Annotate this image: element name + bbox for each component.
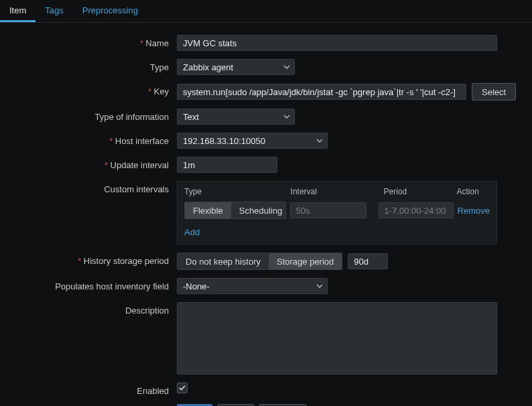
history-period-input[interactable] (348, 253, 388, 269)
chevron-down-icon (316, 137, 323, 144)
label-enabled: Enabled (4, 383, 177, 396)
ci-type-segmented: Flexible Scheduling (184, 202, 286, 219)
chevron-down-icon (283, 113, 290, 120)
type-info-select-value: Text (183, 112, 199, 122)
host-interface-value: 192.168.33.10:10050 (183, 136, 265, 146)
tab-tags[interactable]: Tags (36, 0, 72, 22)
history-segmented: Do not keep history Storage period (177, 253, 342, 270)
inventory-select-value: -None- (183, 281, 210, 291)
ci-flexible-option[interactable]: Flexible (185, 202, 231, 218)
host-interface-select[interactable]: 192.168.33.10:10050 (177, 133, 328, 149)
select-button[interactable]: Select (472, 83, 516, 100)
label-inventory: Populates host inventory field (4, 278, 177, 291)
chevron-down-icon (316, 283, 323, 289)
label-update-interval: Update interval (4, 157, 177, 170)
ci-scheduling-option[interactable]: Scheduling (231, 202, 286, 218)
ci-header-period: Period (383, 187, 456, 196)
ci-period-input[interactable] (379, 202, 454, 218)
ci-interval-input[interactable] (290, 202, 367, 218)
label-type-info: Type of information (4, 109, 177, 122)
item-form: Name Type Zabbix agent Key Select Type o… (0, 23, 532, 406)
history-storage-period-option[interactable]: Storage period (269, 253, 342, 269)
custom-intervals-panel: Type Interval Period Action Flexible Sch… (177, 181, 497, 245)
tabs-bar: Item Tags Preprocessing (0, 0, 532, 23)
ci-add-link[interactable]: Add (184, 227, 200, 237)
ci-header-action: Action (456, 187, 490, 196)
label-custom-intervals: Custom intervals (4, 181, 177, 194)
label-key: Key (4, 83, 177, 96)
update-interval-input[interactable] (177, 157, 277, 173)
ci-header-type: Type (184, 187, 291, 196)
enabled-checkbox[interactable] (177, 383, 188, 393)
type-select[interactable]: Zabbix agent (177, 59, 295, 75)
history-do-not-keep-option[interactable]: Do not keep history (178, 253, 269, 269)
label-type: Type (4, 59, 177, 72)
description-textarea[interactable] (177, 302, 497, 375)
key-input[interactable] (177, 84, 466, 100)
label-host-interface: Host interface (4, 133, 177, 146)
label-name: Name (4, 35, 177, 48)
tab-item[interactable]: Item (0, 0, 36, 22)
inventory-select[interactable]: -None- (177, 278, 328, 294)
type-info-select[interactable]: Text (177, 109, 295, 125)
label-history-storage: History storage period (4, 253, 177, 266)
name-input[interactable] (177, 35, 497, 51)
label-description: Description (4, 302, 177, 316)
type-select-value: Zabbix agent (183, 62, 233, 72)
ci-header-interval: Interval (291, 187, 371, 196)
ci-remove-link[interactable]: Remove (458, 206, 490, 216)
tab-preprocessing[interactable]: Preprocessing (73, 0, 147, 22)
chevron-down-icon (283, 64, 290, 70)
